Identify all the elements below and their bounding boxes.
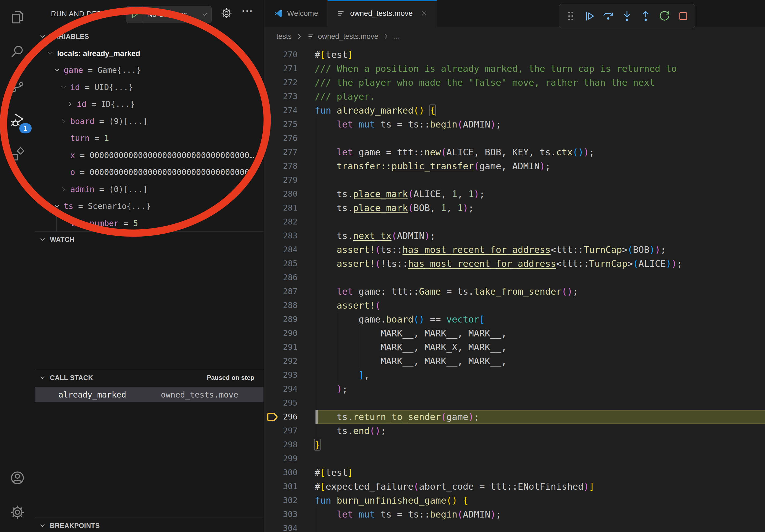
step-into-button[interactable]	[618, 6, 636, 27]
line-number[interactable]: 295	[268, 396, 298, 410]
code-line-281[interactable]: 281 ts.place_mark(BOB, 1, 1);	[265, 201, 765, 215]
line-number[interactable]: 273	[268, 90, 298, 104]
line-number[interactable]: 290	[268, 326, 298, 340]
code-line-304[interactable]: 304	[265, 521, 765, 532]
code-line-293[interactable]: 293 ],	[265, 368, 765, 382]
code-line-302[interactable]: 302fun burn_unfinished_game() {	[265, 493, 765, 507]
code-line-296[interactable]: 296 ts.return_to_sender(game);	[265, 410, 765, 424]
line-number[interactable]: 283	[268, 229, 298, 243]
line-number[interactable]: 284	[268, 243, 298, 257]
tab-owned_tests-move[interactable]: owned_tests.move	[328, 0, 437, 27]
tab-welcome[interactable]: Welcome	[265, 0, 328, 27]
activity-item-settings[interactable]	[0, 495, 35, 529]
chevron-right-icon[interactable]	[67, 101, 74, 108]
code-line-273[interactable]: 273/// player.	[265, 90, 765, 104]
line-number[interactable]: 288	[268, 298, 298, 312]
continue-button[interactable]	[580, 6, 599, 27]
line-number[interactable]: 279	[268, 173, 298, 187]
code-line-299[interactable]: 299	[265, 452, 765, 465]
activity-item-explorer[interactable]	[0, 0, 35, 34]
line-number[interactable]: 277	[268, 145, 298, 159]
variable-row-game[interactable]: game = Game{...}	[35, 62, 264, 79]
line-number[interactable]: 292	[268, 354, 298, 368]
code-line-270[interactable]: 270#[test]	[265, 48, 765, 62]
chevron-right-icon[interactable]	[60, 118, 67, 125]
code-line-280[interactable]: 280 ts.place_mark(ALICE, 1, 1);	[265, 187, 765, 201]
code-line-278[interactable]: 278 transfer::public_transfer(game, ADMI…	[265, 159, 765, 173]
chevron-down-icon[interactable]	[47, 50, 54, 57]
code-line-303[interactable]: 303 let mut ts = ts::begin(ADMIN);	[265, 507, 765, 521]
line-number[interactable]: 276	[268, 131, 298, 145]
code-line-282[interactable]: 282	[265, 215, 765, 229]
close-icon[interactable]	[420, 10, 428, 17]
code-line-288[interactable]: 288 assert!(	[265, 298, 765, 312]
line-number[interactable]: 280	[268, 187, 298, 201]
code-line-295[interactable]: 295	[265, 396, 765, 410]
line-number[interactable]: 282	[268, 215, 298, 229]
activity-item-source-control[interactable]	[0, 69, 35, 103]
code-line-291[interactable]: 291 MARK__, MARK_X, MARK__,	[265, 340, 765, 354]
line-number[interactable]: 289	[268, 312, 298, 326]
code-line-300[interactable]: 300#[test]	[265, 465, 765, 479]
chevron-down-icon[interactable]	[54, 202, 61, 209]
line-number[interactable]: 270	[268, 48, 298, 62]
activity-item-search[interactable]	[0, 34, 35, 69]
code-line-284[interactable]: 284 assert!(ts::has_most_recent_for_addr…	[265, 243, 765, 257]
debug-settings-gear-icon[interactable]	[220, 7, 233, 20]
line-number[interactable]: 278	[268, 159, 298, 173]
code-line-285[interactable]: 285 assert!(!ts::has_most_recent_for_add…	[265, 257, 765, 271]
variables-scope-row[interactable]: locals: already_marked	[35, 45, 264, 62]
code-line-276[interactable]: 276	[265, 131, 765, 145]
code-line-279[interactable]: 279	[265, 173, 765, 187]
variable-row-id[interactable]: id = ID{...}	[35, 96, 264, 113]
breadcrumb-item[interactable]: ...	[394, 32, 400, 41]
variable-row-id[interactable]: id = UID{...}	[35, 79, 264, 96]
variable-row-board[interactable]: board = (9)[...]	[35, 113, 264, 130]
chevron-right-icon[interactable]	[60, 186, 67, 193]
variables-section-header[interactable]: VARIABLES	[35, 29, 264, 44]
start-debugging-icon[interactable]	[126, 6, 143, 23]
line-number[interactable]: 296	[268, 410, 298, 424]
line-number[interactable]: 285	[268, 257, 298, 271]
line-number[interactable]: 299	[268, 452, 298, 465]
code-line-298[interactable]: 298}	[265, 438, 765, 452]
variable-row-admin[interactable]: admin = (0)[...]	[35, 180, 264, 198]
line-number[interactable]: 275	[268, 117, 298, 131]
code-line-301[interactable]: 301#[expected_failure(abort_code = ttt::…	[265, 479, 765, 493]
code-line-297[interactable]: 297 ts.end();	[265, 424, 765, 438]
code-line-286[interactable]: 286	[265, 271, 765, 285]
chevron-down-icon[interactable]	[60, 84, 67, 91]
line-number[interactable]: 293	[268, 368, 298, 382]
breadcrumb-item[interactable]: owned_tests.move	[318, 32, 378, 41]
code-line-277[interactable]: 277 let game = ttt::new(ALICE, BOB, KEY,…	[265, 145, 765, 159]
code-line-289[interactable]: 289 game.board() == vector[	[265, 312, 765, 326]
line-number[interactable]: 291	[268, 340, 298, 354]
step-over-button[interactable]	[599, 6, 618, 27]
debug-launch-dropdown[interactable]: No Configur:	[126, 6, 212, 23]
variable-row-x[interactable]: x = 000000000000000000000000000000000…	[35, 146, 264, 164]
line-number[interactable]: 281	[268, 201, 298, 215]
activity-item-account[interactable]	[0, 461, 35, 495]
line-number[interactable]: 294	[268, 382, 298, 396]
restart-button[interactable]	[655, 6, 674, 27]
variable-row-o[interactable]: o = 000000000000000000000000000000000…	[35, 164, 264, 181]
line-number[interactable]: 298	[268, 438, 298, 452]
line-number[interactable]: 297	[268, 424, 298, 438]
line-number[interactable]: 304	[268, 521, 298, 532]
line-number[interactable]: 272	[268, 76, 298, 90]
code-line-274[interactable]: 274fun already_marked() {	[265, 104, 765, 117]
code-line-287[interactable]: 287 let game: ttt::Game = ts.take_from_s…	[265, 285, 765, 298]
call-stack-section-header[interactable]: CALL STACK Paused on step	[35, 370, 264, 385]
line-number[interactable]: 286	[268, 271, 298, 285]
variable-row-txn_number[interactable]: txn_number = 5	[35, 215, 264, 232]
watch-section-header[interactable]: WATCH	[35, 232, 264, 247]
line-number[interactable]: 274	[268, 104, 298, 117]
code-line-290[interactable]: 290 MARK__, MARK__, MARK__,	[265, 326, 765, 340]
call-stack-frame[interactable]: already_marked owned_tests.move	[35, 387, 264, 402]
code-line-292[interactable]: 292 MARK__, MARK__, MARK__,	[265, 354, 765, 368]
more-actions-icon[interactable]: ⋯	[241, 4, 253, 17]
code-editor[interactable]: 270#[test]271/// When a position is alre…	[265, 48, 765, 532]
code-line-275[interactable]: 275 let mut ts = ts::begin(ADMIN);	[265, 117, 765, 131]
line-number[interactable]: 287	[268, 285, 298, 298]
variable-row-ts[interactable]: ts = Scenario{...}	[35, 198, 264, 215]
